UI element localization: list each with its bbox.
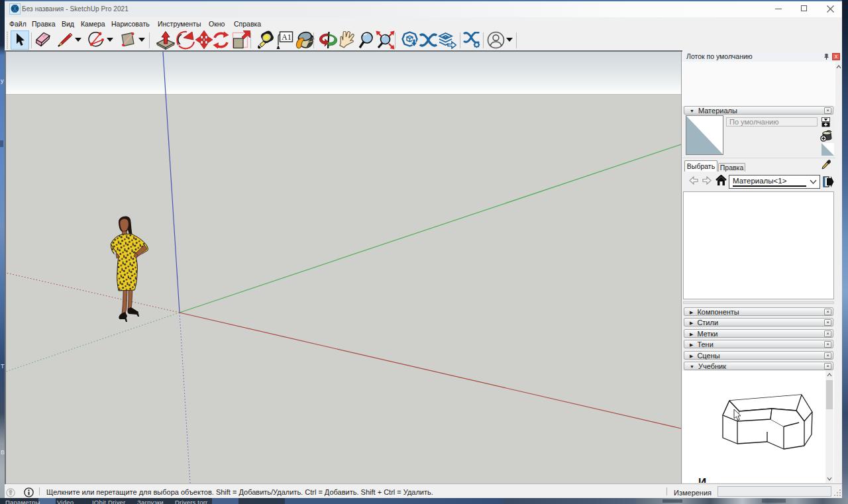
svg-text:A1: A1 xyxy=(282,32,292,42)
